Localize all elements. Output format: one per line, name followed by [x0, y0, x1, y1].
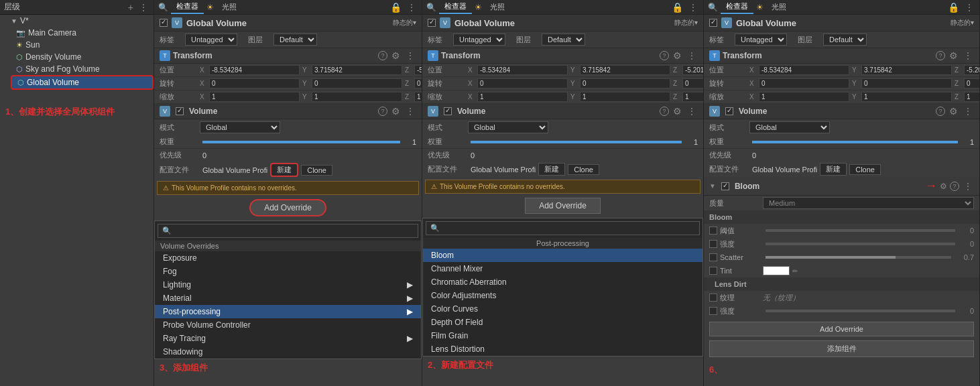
rot-y-input-1[interactable] — [312, 78, 402, 88]
pos-z-input-1[interactable] — [414, 65, 422, 75]
rot-z-3[interactable] — [964, 78, 979, 88]
ld-strength-slider[interactable] — [765, 310, 955, 312]
volume-section-header-3[interactable]: V Volume ? ⚙ ⋮ — [704, 104, 979, 119]
scl-y-3[interactable] — [861, 92, 952, 102]
menu-icon-2[interactable]: ⋮ — [687, 2, 699, 13]
channel-mixer-item[interactable]: Channel Mixer — [423, 262, 702, 275]
override-post-processing-1[interactable]: Post-processing ▶ — [155, 305, 421, 318]
pos-z-2[interactable] — [682, 65, 703, 75]
pos-x-input-1[interactable] — [209, 65, 300, 75]
scl-z-input-1[interactable] — [414, 92, 422, 102]
active-checkbox-2[interactable] — [428, 19, 436, 27]
scatter-slider[interactable] — [765, 256, 951, 259]
threshold-slider[interactable] — [765, 229, 955, 232]
volume-help-1[interactable]: ? — [378, 107, 387, 116]
override-material-1[interactable]: Material ▶ — [155, 292, 421, 305]
static-badge-2[interactable]: 静态的▾ — [674, 18, 698, 27]
rot-x-3[interactable] — [759, 78, 849, 88]
volume-section-header-2[interactable]: V Volume ? ⚙ ⋮ — [422, 104, 703, 119]
add-component-bottom-button[interactable]: 添加组件 — [709, 340, 974, 357]
tint-checkbox[interactable] — [709, 267, 717, 275]
transform-menu-1[interactable]: ⋮ — [404, 50, 416, 61]
transform-help-3[interactable]: ? — [936, 51, 945, 60]
intensity-slider[interactable] — [765, 243, 955, 245]
volume-menu-icon-3[interactable]: ⋮ — [962, 106, 974, 117]
volume-active-1[interactable] — [176, 107, 184, 115]
volume-section-header-1[interactable]: V Volume ? ⚙ ⋮ — [154, 104, 422, 119]
volume-settings-icon-2[interactable]: ⚙ — [672, 106, 683, 117]
color-adjustments-item[interactable]: Color Adjustments — [423, 289, 702, 302]
lock-icon-1[interactable]: 🔒 — [389, 2, 403, 13]
bloom-section-header[interactable]: ▼ Bloom → ⚙ ? ⋮ — [704, 177, 979, 196]
transform-settings-2[interactable]: ⚙ — [672, 50, 683, 61]
pos-x-2[interactable] — [477, 65, 568, 75]
volume-settings-icon-3[interactable]: ⚙ — [948, 106, 959, 117]
transform-settings-1[interactable]: ⚙ — [390, 50, 402, 61]
bloom-settings-icon[interactable]: ⚙ — [940, 182, 947, 191]
lens-distortion-item[interactable]: Lens Distortion — [423, 342, 702, 356]
transform-section-3[interactable]: T Transform ? ⚙ ⋮ — [704, 48, 979, 64]
light-tab-1[interactable]: 光照 — [217, 1, 242, 13]
scl-y-input-1[interactable] — [312, 92, 402, 102]
tag-select-1[interactable]: Untagged — [185, 34, 237, 46]
scatter-checkbox[interactable] — [709, 253, 717, 261]
tag-select-3[interactable]: Untagged — [735, 34, 787, 46]
lock-icon-3[interactable]: 🔒 — [946, 2, 961, 13]
override-probe-1[interactable]: Probe Volume Controller — [155, 318, 421, 332]
transform-section-1[interactable]: T Transform ? ⚙ ⋮ — [154, 48, 422, 64]
override-lighting-1[interactable]: Lighting ▶ — [155, 278, 421, 292]
hierarchy-item-sky-fog[interactable]: ⬡ Sky and Fog Volume — [11, 63, 154, 75]
color-curves-item[interactable]: Color Curves — [423, 302, 702, 316]
hierarchy-item-main-camera[interactable]: 📷 Main Camera — [11, 27, 154, 39]
volume-active-3[interactable] — [725, 107, 733, 115]
pos-x-3[interactable] — [759, 65, 849, 75]
rot-z-2[interactable] — [682, 78, 703, 88]
tint-edit-icon[interactable]: ✏ — [792, 267, 798, 275]
weight-slider-3[interactable] — [752, 141, 958, 143]
scl-z-3[interactable] — [964, 92, 979, 102]
scl-z-2[interactable] — [682, 92, 703, 102]
layer-select-3[interactable]: Default — [823, 34, 867, 46]
lock-icon-2[interactable]: 🔒 — [670, 2, 684, 13]
transform-section-2[interactable]: T Transform ? ⚙ ⋮ — [422, 48, 703, 64]
light-tab-2[interactable]: 光照 — [485, 1, 510, 13]
active-checkbox-3[interactable] — [709, 19, 717, 27]
scl-x-3[interactable] — [759, 92, 849, 102]
new-config-button-1[interactable]: 新建 — [270, 163, 298, 177]
chromatic-aberration-item[interactable]: Chromatic Aberration — [423, 275, 702, 289]
light-tab-3[interactable]: 光照 — [766, 1, 792, 13]
volume-menu-icon-1[interactable]: ⋮ — [404, 106, 416, 117]
static-badge-3[interactable]: 静态的▾ — [951, 18, 974, 27]
weight-slider-2[interactable] — [471, 141, 682, 143]
threshold-checkbox[interactable] — [709, 227, 717, 235]
texture-checkbox[interactable] — [709, 294, 717, 302]
pos-y-3[interactable] — [861, 65, 952, 75]
inspector-tab-3[interactable]: 检查器 — [721, 0, 753, 14]
volume-menu-icon-2[interactable]: ⋮ — [686, 106, 698, 117]
depth-of-field-item[interactable]: Depth Of Field — [423, 316, 702, 329]
film-grain-item[interactable]: Film Grain — [423, 329, 702, 342]
clone-config-button-3[interactable]: Clone — [849, 164, 881, 175]
bloom-item[interactable]: Bloom — [423, 249, 702, 262]
volume-help-2[interactable]: ? — [660, 107, 669, 116]
hierarchy-menu-button[interactable]: ⋮ — [137, 2, 149, 13]
transform-menu-3[interactable]: ⋮ — [962, 50, 974, 61]
rot-x-input-1[interactable] — [209, 78, 300, 88]
layer-select-1[interactable]: Default — [273, 34, 317, 46]
inspector-tab-2[interactable]: 检查器 — [439, 0, 472, 14]
menu-icon-1[interactable]: ⋮ — [406, 2, 418, 13]
clone-config-button-2[interactable]: Clone — [568, 164, 599, 175]
rot-x-2[interactable] — [477, 78, 568, 88]
search-box-2[interactable]: 🔍 — [426, 221, 700, 235]
tint-color-swatch[interactable] — [763, 266, 790, 275]
override-exposure-1[interactable]: Exposure — [155, 251, 421, 265]
rot-y-2[interactable] — [580, 78, 670, 88]
transform-menu-2[interactable]: ⋮ — [686, 50, 698, 61]
clone-config-button-1[interactable]: Clone — [301, 165, 332, 176]
hierarchy-item-global-volume[interactable]: ⬡ Global Volume — [11, 75, 154, 90]
search-input-1[interactable] — [172, 227, 414, 235]
search-box-1[interactable]: 🔍 — [158, 224, 418, 238]
static-badge-1[interactable]: 静态的▾ — [393, 18, 416, 27]
override-shadowing-1[interactable]: Shadowing — [155, 345, 421, 359]
rot-z-input-1[interactable] — [414, 78, 422, 88]
